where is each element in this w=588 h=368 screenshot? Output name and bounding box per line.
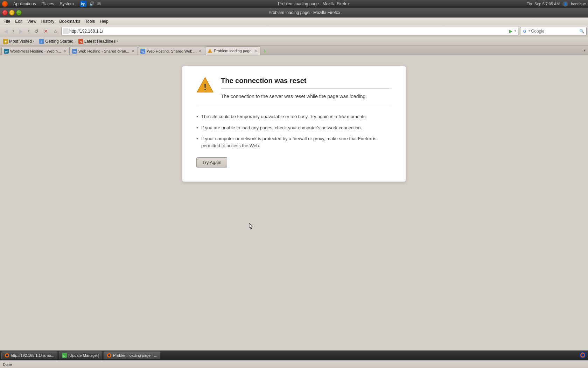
home-button[interactable]: ⌂ bbox=[51, 27, 59, 35]
menu-places[interactable]: Places bbox=[40, 1, 56, 7]
tab-wordpress[interactable]: W WordPress Hosting - Web h... ✕ bbox=[1, 47, 70, 55]
toolbar: ◀ ▾ ▶ ▾ ↺ ✕ ⌂ ▶ ▾ G ▾ 🔍 bbox=[0, 25, 588, 37]
tab-webhosting1-icon: W bbox=[72, 49, 77, 54]
taskbar: http://192.168.1.1/ is no... U [Update M… bbox=[0, 350, 588, 360]
bookmark-getting-started[interactable]: i Getting Started bbox=[37, 38, 75, 45]
username-display: henrique bbox=[571, 2, 586, 6]
bookmarks-bar: ★ Most Visited ▾ i Getting Started N Lat… bbox=[0, 37, 588, 46]
menu-edit[interactable]: Edit bbox=[13, 18, 24, 25]
window-controls-bar: × − □ Problem loading page - Mozilla Fir… bbox=[0, 8, 588, 18]
address-bar-container: ▶ ▾ bbox=[61, 27, 518, 35]
mouse-cursor bbox=[249, 223, 253, 230]
titlebar-menus[interactable]: Applications Places System hp 🔊 ✉ bbox=[2, 1, 101, 7]
tab-webhosting1-close[interactable]: ✕ bbox=[131, 49, 135, 54]
most-visited-chevron[interactable]: ▾ bbox=[33, 40, 34, 43]
tab-add-button[interactable]: + bbox=[261, 47, 269, 55]
getting-started-label: Getting Started bbox=[45, 39, 74, 44]
bookmark-latest-headlines[interactable]: N Latest Headlines ▾ bbox=[77, 38, 120, 45]
reload-button[interactable]: ↺ bbox=[32, 27, 41, 35]
forward-button[interactable]: ▶ bbox=[17, 27, 25, 35]
tabbar: W WordPress Hosting - Web h... ✕ W Web H… bbox=[0, 46, 588, 55]
bookmark-most-visited[interactable]: ★ Most Visited ▾ bbox=[1, 38, 36, 45]
tab-problem-icon: ! bbox=[208, 48, 212, 53]
error-title: The connection was reset bbox=[221, 77, 392, 89]
svg-text:U: U bbox=[63, 354, 65, 357]
taskbar-item-2[interactable]: U [Update Manager] bbox=[59, 352, 102, 359]
tab-wordpress-icon: W bbox=[4, 49, 9, 54]
taskbar-item-1[interactable]: http://192.168.1.1/ is no... bbox=[1, 352, 57, 359]
go-button[interactable]: ▶ bbox=[507, 28, 514, 34]
menu-system[interactable]: System bbox=[58, 1, 75, 7]
error-body: The site could be temporarily unavailabl… bbox=[196, 113, 392, 168]
menu-view[interactable]: View bbox=[25, 18, 38, 25]
menubar: File Edit View History Bookmarks Tools H… bbox=[0, 18, 588, 25]
stop-button[interactable]: ✕ bbox=[42, 27, 50, 35]
taskbar-label-2: [Update Manager] bbox=[68, 353, 99, 357]
error-header-text: The connection was reset The connection … bbox=[221, 77, 392, 100]
back-button[interactable]: ◀ bbox=[1, 27, 10, 35]
svg-text:★: ★ bbox=[4, 40, 7, 43]
tab-webhosting2-close[interactable]: ✕ bbox=[198, 49, 203, 54]
svg-marker-16 bbox=[249, 223, 252, 229]
menu-history[interactable]: History bbox=[39, 18, 56, 25]
svg-text:!: ! bbox=[204, 82, 206, 92]
most-visited-icon: ★ bbox=[3, 39, 8, 44]
address-dropdown[interactable]: ▾ bbox=[514, 29, 517, 33]
taskbar-label-1: http://192.168.1.1/ is no... bbox=[11, 353, 54, 357]
volume-icon: 🔊 bbox=[89, 1, 94, 6]
window-title: Problem loading page - Mozilla Firefox bbox=[23, 10, 586, 15]
taskbar-firefox-badge bbox=[579, 351, 587, 360]
search-engine-dropdown[interactable]: ▾ bbox=[528, 29, 530, 33]
tab-wordpress-close[interactable]: ✕ bbox=[62, 49, 67, 54]
error-list: The site could be temporarily unavailabl… bbox=[196, 113, 392, 149]
tab-list-dropdown[interactable]: ▾ bbox=[581, 45, 588, 55]
firefox-logo bbox=[2, 1, 8, 7]
user-icon: 👤 bbox=[562, 1, 568, 7]
svg-point-18 bbox=[6, 354, 8, 356]
svg-point-22 bbox=[108, 354, 110, 356]
menu-bookmarks[interactable]: Bookmarks bbox=[57, 18, 82, 25]
main-content: ! The connection was reset The connectio… bbox=[0, 55, 588, 360]
tab-wordpress-label: WordPress Hosting - Web h... bbox=[10, 49, 61, 53]
latest-headlines-chevron[interactable]: ▾ bbox=[117, 40, 118, 43]
error-list-item-3: If your computer or network is protected… bbox=[196, 135, 392, 149]
address-input[interactable] bbox=[69, 29, 507, 34]
tab-problem-label: Problem loading page bbox=[214, 49, 251, 53]
back-dropdown[interactable]: ▾ bbox=[11, 27, 16, 35]
latest-headlines-label: Latest Headlines bbox=[84, 39, 115, 44]
titlebar: Applications Places System hp 🔊 ✉ Proble… bbox=[0, 0, 588, 8]
try-again-button[interactable]: Try Again bbox=[196, 157, 227, 168]
error-list-item-2: If you are unable to load any pages, che… bbox=[196, 124, 392, 131]
forward-dropdown[interactable]: ▾ bbox=[26, 27, 31, 35]
datetime-display: Thu Sep 6 7:05 AM bbox=[527, 2, 560, 6]
svg-text:W: W bbox=[142, 50, 145, 53]
menu-help[interactable]: Help bbox=[98, 18, 111, 25]
status-text: Done bbox=[3, 362, 12, 367]
search-input[interactable] bbox=[531, 29, 578, 34]
tab-problem-loading[interactable]: ! Problem loading page ✕ bbox=[205, 46, 260, 55]
error-page: ! The connection was reset The connectio… bbox=[182, 66, 406, 182]
taskbar-label-3: Problem loading page - ... bbox=[113, 353, 157, 357]
svg-text:W: W bbox=[73, 50, 76, 53]
menu-applications[interactable]: Applications bbox=[12, 1, 37, 7]
search-engine-icon: G bbox=[522, 28, 527, 34]
taskbar-firefox-icon-1 bbox=[5, 353, 9, 358]
maximize-button[interactable]: □ bbox=[16, 10, 22, 15]
error-subtitle: The connection to the server was reset w… bbox=[221, 93, 392, 100]
tab-problem-close[interactable]: ✕ bbox=[253, 48, 258, 53]
minimize-button[interactable]: − bbox=[9, 10, 15, 15]
error-list-item-1: The site could be temporarily unavailabl… bbox=[196, 113, 392, 120]
tab-webhosting1[interactable]: W Web Hosting - Shared cPan... ✕ bbox=[70, 47, 138, 55]
mail-icon: ✉ bbox=[97, 1, 101, 6]
latest-headlines-icon: N bbox=[78, 39, 83, 44]
menu-file[interactable]: File bbox=[1, 18, 12, 25]
tab-webhosting2[interactable]: W Web Hosting, Shared Web ... ✕ bbox=[138, 47, 205, 55]
taskbar-item-3[interactable]: Problem loading page - ... bbox=[104, 352, 160, 359]
svg-text:i: i bbox=[41, 40, 42, 43]
close-button[interactable]: × bbox=[2, 10, 8, 15]
search-button[interactable]: 🔍 bbox=[579, 28, 585, 34]
most-visited-label: Most Visited bbox=[9, 39, 32, 44]
menu-tools[interactable]: Tools bbox=[83, 18, 97, 25]
svg-text:!: ! bbox=[210, 50, 211, 53]
titlebar-right: Thu Sep 6 7:05 AM 👤 henrique bbox=[527, 1, 586, 7]
